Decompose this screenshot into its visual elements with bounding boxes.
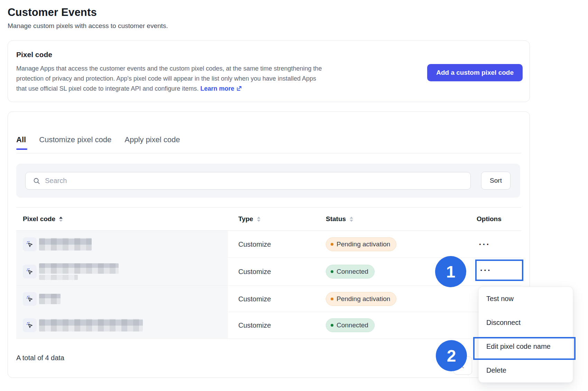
sort-icon[interactable]	[59, 217, 63, 222]
status-badge: Connected	[326, 318, 375, 332]
redacted-pixel-name	[39, 238, 92, 251]
sort-icon[interactable]	[257, 217, 260, 222]
search-field[interactable]	[25, 172, 471, 190]
tab-all[interactable]: All	[16, 135, 26, 150]
redacted-pixel-name	[39, 294, 61, 304]
type-cell: Customize	[238, 240, 271, 248]
table-row: Customize Pending activation ···	[16, 286, 521, 312]
table-header-row: Pixel code Type Status Options	[16, 208, 521, 230]
column-header-status[interactable]: Status	[326, 208, 353, 230]
pixel-cursor-icon	[23, 237, 37, 251]
menu-item-disconnect[interactable]: Disconnect	[479, 311, 573, 335]
pixel-cursor-icon	[23, 318, 37, 332]
description-line-text: that use official SL pixel code to integ…	[16, 85, 199, 92]
customer-events-page: Customer Events Manage custom pixels wit…	[0, 0, 588, 391]
options-ellipsis-button[interactable]: ···	[480, 265, 491, 275]
type-cell: Customize	[238, 321, 271, 329]
menu-item-edit-pixel-code-name[interactable]: Edit pixel code name	[479, 335, 573, 358]
pixel-code-card-description: Manage Apps that access the customer eve…	[16, 64, 322, 94]
tab-apply-pixel-code[interactable]: Apply pixel code	[125, 135, 180, 150]
column-header-type[interactable]: Type	[238, 208, 260, 230]
type-cell: Customize	[238, 267, 271, 275]
search-icon	[33, 178, 40, 184]
pixel-cursor-icon	[23, 292, 37, 306]
description-line: Manage Apps that access the customer eve…	[16, 64, 322, 74]
pixel-code-card-title: Pixel code	[16, 51, 52, 59]
table-row: Customize Pending activation ···	[16, 231, 521, 258]
redacted-pixel-name	[39, 263, 119, 280]
pixel-list-card: All Customize pixel code Apply pixel cod…	[8, 111, 530, 378]
type-cell: Customize	[238, 295, 271, 303]
description-line: that use official SL pixel code to integ…	[16, 84, 322, 94]
context-menu: Test now Disconnect Edit pixel code name…	[478, 287, 573, 383]
status-dot	[331, 298, 333, 300]
status-dot	[331, 243, 333, 246]
column-header-options: Options	[477, 208, 502, 230]
table-footer-total: A total of 4 data	[16, 354, 64, 362]
column-header-pixel-code[interactable]: Pixel code	[23, 208, 63, 230]
annotation-step-1-badge: 1	[435, 256, 466, 287]
learn-more-link[interactable]: Learn more	[200, 85, 242, 92]
status-dot	[331, 324, 333, 327]
page-subtitle: Manage custom pixels with access to cust…	[8, 22, 168, 30]
options-ellipsis-button[interactable]: ···	[474, 239, 496, 249]
annotation-highlight-box-options[interactable]: ···	[475, 260, 523, 281]
external-link-icon	[236, 84, 242, 94]
status-badge: Pending activation	[326, 292, 396, 306]
status-badge: Pending activation	[326, 237, 396, 251]
pixel-cursor-icon	[23, 265, 37, 279]
tab-divider	[16, 153, 521, 153]
description-line: protection of privacy and protection. Ap…	[16, 74, 322, 84]
menu-item-delete[interactable]: Delete	[479, 358, 573, 382]
redacted-pixel-name	[39, 319, 143, 331]
search-input[interactable]	[44, 176, 454, 185]
sort-button[interactable]: Sort	[481, 172, 511, 190]
pixel-code-card: Pixel code Manage Apps that access the c…	[8, 40, 530, 102]
status-dot	[331, 270, 333, 273]
status-badge: Connected	[326, 265, 375, 279]
tab-customize-pixel-code[interactable]: Customize pixel code	[39, 135, 111, 150]
sort-icon[interactable]	[350, 217, 353, 222]
menu-item-test-now[interactable]: Test now	[479, 287, 573, 311]
tab-bar: All Customize pixel code Apply pixel cod…	[16, 135, 180, 150]
annotation-step-2-badge: 2	[436, 340, 467, 371]
add-custom-pixel-code-button[interactable]: Add a custom pixel code	[427, 64, 523, 81]
table-row: Customize Connected ···	[16, 312, 521, 339]
search-toolbar: Sort	[16, 164, 520, 198]
page-title: Customer Events	[8, 6, 97, 19]
